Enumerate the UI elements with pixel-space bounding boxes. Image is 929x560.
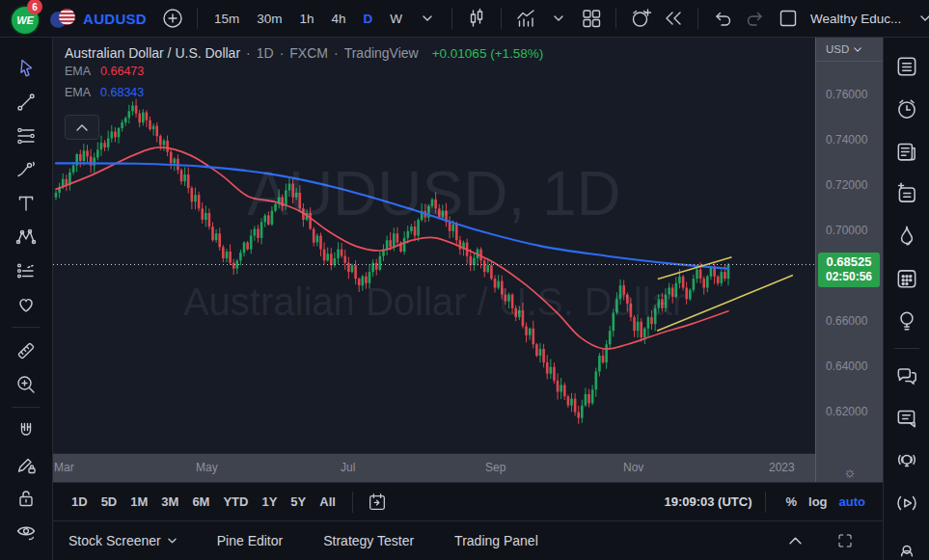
hide-drawings-button[interactable] (8, 515, 44, 548)
range-1d[interactable]: 1D (65, 491, 95, 513)
legend-change: +0.01065 (+1.58%) (432, 46, 544, 61)
price-axis-currency-button[interactable]: USD (816, 38, 883, 62)
range-all[interactable]: All (313, 491, 342, 513)
brush-tool-button[interactable] (8, 152, 44, 186)
interval-menu-button[interactable] (413, 4, 442, 33)
range-ytd[interactable]: YTD (216, 491, 255, 513)
layout-menu-button[interactable] (911, 4, 929, 33)
ema-fast-row[interactable]: EMA 0.66473 (65, 61, 543, 82)
community-button[interactable] (889, 528, 924, 560)
notes-button[interactable] (889, 176, 924, 211)
range-6m[interactable]: 6M (185, 491, 216, 513)
time-axis-label: May (196, 461, 218, 474)
zoom-in-tool-button[interactable] (8, 367, 44, 401)
price-tick: 0.76000 (826, 88, 867, 101)
ema-slow-row[interactable]: EMA 0.68343 (65, 82, 543, 103)
tab-strategy-tester[interactable]: Strategy Tester (323, 533, 414, 548)
chevron-up-icon (789, 537, 802, 545)
calendar-button[interactable] (889, 261, 924, 296)
pattern-tool-button[interactable] (8, 220, 44, 253)
time-axis[interactable]: Mar May Jul Sep Nov 2023 (53, 453, 815, 482)
indicators-button[interactable] (511, 4, 540, 33)
drawing-mode-button[interactable] (8, 447, 44, 481)
toolbar-separator (12, 407, 41, 408)
layout-select-button[interactable] (774, 4, 803, 33)
tab-trading-panel[interactable]: Trading Panel (454, 533, 538, 548)
lock-drawings-button[interactable] (8, 481, 44, 515)
emoji-tool-button[interactable] (8, 287, 44, 321)
layout-name[interactable]: Wealthy Educ... (810, 12, 901, 26)
legend-interval: 1D (257, 45, 274, 61)
notification-badge: 6 (27, 0, 42, 14)
news-button[interactable] (889, 134, 924, 169)
drawing-toolbar (0, 38, 53, 560)
measure-tool-button[interactable] (8, 333, 44, 367)
price-tick: 0.72000 (826, 178, 867, 192)
chevron-down-icon (168, 538, 177, 544)
create-alert-button[interactable] (626, 4, 655, 33)
tab-pine-editor[interactable]: Pine Editor (217, 533, 283, 548)
range-5y[interactable]: 5Y (284, 491, 313, 513)
panel-fullscreen-button[interactable] (831, 526, 860, 555)
interval-4h[interactable]: 4h (325, 5, 353, 32)
percent-scale-toggle[interactable]: % (779, 492, 803, 512)
public-chats-button[interactable] (889, 359, 924, 393)
text-tool-button[interactable] (8, 186, 44, 220)
calendar-icon (894, 266, 919, 291)
range-1m[interactable]: 1M (123, 491, 154, 513)
private-messages-button[interactable] (889, 401, 924, 436)
price-tick: 0.66000 (826, 314, 867, 328)
toolbar-separator (352, 492, 353, 513)
ema-slow-value: 0.68343 (100, 86, 144, 99)
interval-1w[interactable]: W (383, 5, 409, 32)
interval-30m[interactable]: 30m (250, 5, 288, 32)
legend-title-row[interactable]: Australian Dollar / U.S. Dollar · 1D · F… (65, 45, 543, 61)
layout-templates-button[interactable] (577, 4, 606, 33)
interval-1h[interactable]: 1h (293, 5, 321, 32)
my-ideas-button[interactable] (889, 304, 924, 338)
fullscreen-icon (836, 532, 854, 549)
go-to-date-button[interactable] (363, 488, 392, 517)
redo-button[interactable] (741, 4, 770, 33)
candlestick-icon (465, 7, 488, 30)
panel-expand-button[interactable] (780, 526, 809, 555)
trendline-tool-button[interactable] (8, 85, 44, 119)
log-scale-toggle[interactable]: log (803, 492, 833, 512)
legend-collapse-button[interactable] (65, 115, 99, 140)
hotlists-button[interactable] (889, 219, 924, 253)
undo-button[interactable] (708, 4, 737, 33)
auto-scale-toggle[interactable]: auto (833, 492, 871, 512)
symbol-button[interactable]: AUDUSD (83, 11, 147, 27)
broker-logo[interactable]: WE 6 (8, 2, 41, 35)
streams-button[interactable] (889, 486, 924, 520)
cursor-tool-button[interactable] (8, 51, 44, 85)
magnet-mode-button[interactable] (8, 413, 44, 447)
time-axis-label: 2023 (769, 461, 795, 474)
interval-1d-active[interactable]: D (357, 5, 380, 32)
axis-settings-icon[interactable]: ☼ (843, 464, 857, 480)
bottom-panel-header: Stock Screener Pine Editor Strategy Test… (53, 520, 883, 560)
range-1y[interactable]: 1Y (255, 491, 284, 513)
chart-canvas[interactable]: AUDUSD, 1D Australian Dollar / U.S. Doll… (53, 38, 815, 453)
bar-replay-button[interactable] (659, 4, 688, 33)
compare-add-symbol-button[interactable] (158, 4, 187, 33)
message-icon (894, 406, 919, 431)
lightbulb-icon (894, 308, 919, 333)
interval-15m[interactable]: 15m (207, 5, 246, 32)
tab-stock-screener[interactable]: Stock Screener (68, 533, 177, 548)
alerts-button[interactable] (889, 92, 924, 126)
forecast-tool-button[interactable] (8, 253, 44, 287)
ideas-stream-button[interactable] (889, 443, 924, 478)
chevron-up-icon (76, 124, 88, 131)
ema-fast-value: 0.66473 (100, 65, 144, 78)
price-axis[interactable]: USD 0.76000 0.74000 0.72000 0.70000 0.66… (815, 38, 883, 482)
indicators-menu-button[interactable] (544, 4, 573, 33)
chart-style-button[interactable] (462, 4, 491, 33)
session-clock[interactable]: 19:09:03 (UTC) (664, 494, 751, 509)
range-5d[interactable]: 5D (95, 491, 124, 513)
redo-arrow-icon (744, 7, 767, 30)
watchlist-button[interactable] (889, 49, 924, 84)
fib-tool-button[interactable] (8, 119, 44, 152)
range-3m[interactable]: 3M (154, 491, 185, 513)
toolbar-separator (765, 492, 766, 513)
